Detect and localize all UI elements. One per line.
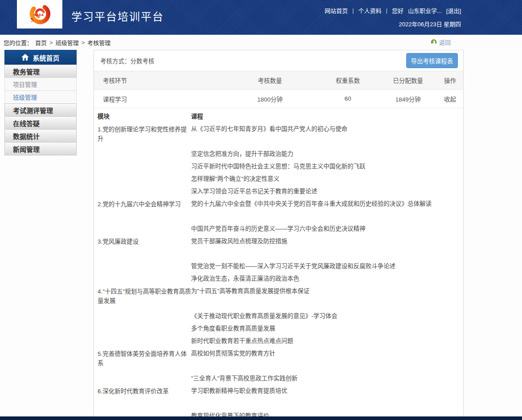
back-button[interactable]: 返回 bbox=[430, 38, 451, 46]
module-row: 6.深化新时代教育评价改革学习职教新精神与职业教育提质培优教育现代化背景下的教育… bbox=[94, 385, 463, 420]
breadcrumb-link-home[interactable]: 首页 bbox=[35, 38, 47, 47]
page: NAEA 学习平台培训平台 网站首页|个人资料|您好 山东职业学... [退出]… bbox=[0, 0, 522, 420]
course-title: 习近平新时代中国特色社会主义思想：马克思主义中国化新的飞跃 bbox=[191, 160, 463, 173]
module-name: 3.党风廉政建设 bbox=[94, 235, 191, 285]
bottom-navy-bar bbox=[0, 416, 522, 420]
home-icon bbox=[21, 54, 29, 61]
back-arrow-icon bbox=[430, 39, 437, 45]
sidebar-item-system-home[interactable]: 系统首页 bbox=[4, 50, 77, 65]
header-nav: 网站首页|个人资料|您好 山东职业学... [退出] bbox=[325, 6, 461, 15]
table-row-course-study: 课程学习 1800分钟 60 1849分钟 收起 bbox=[94, 90, 463, 108]
course-title: 深入学习领会习近平总书记关于教育的重要论述 bbox=[191, 185, 463, 198]
greeting-text: 您好 bbox=[392, 6, 404, 15]
main-panel: 考核方式：分数考核 导出考核课程表 考核环节 考核数量 权重系数 已分配数量 操… bbox=[94, 50, 464, 420]
sidebar-item-class-management[interactable]: 班级管理 bbox=[4, 90, 77, 104]
course-title: 坚定信念把准方向，提升干部政治能力 bbox=[191, 148, 463, 160]
row-allocated: 1849分钟 bbox=[379, 94, 437, 103]
nav-separator: | bbox=[352, 7, 354, 14]
breadcrumb-prefix: 您的位置： bbox=[4, 38, 33, 47]
col-header-action: 操作 bbox=[437, 76, 463, 85]
module-col-header: 模块 bbox=[94, 110, 191, 123]
col-header-weight: 权重系数 bbox=[317, 76, 379, 85]
course-title: 党的十九届六中全会暨《中共中央关于党的百年奋斗重大成就和历史经验的决议》总体解读 bbox=[191, 198, 463, 223]
row-name: 课程学习 bbox=[94, 94, 223, 103]
table-header-row: 考核环节 考核数量 权重系数 已分配数量 操作 bbox=[94, 71, 463, 90]
module-courses: 高校如何贯彻落实党的教育方针"三全育人"背景下高校思政工作实践创新 bbox=[191, 347, 463, 385]
module-courses: 为"十四五"高等教育高质量发展提供根本保证《关于推动现代职业教育高质量发展的意见… bbox=[191, 285, 463, 347]
breadcrumb-separator: > bbox=[49, 39, 53, 46]
module-name: 2.党的十九届六中全会精神学习 bbox=[94, 198, 191, 235]
current-date: 2022年06月23日 星期四 bbox=[325, 20, 461, 28]
course-title: "三全育人"背景下高校思政工作实践创新 bbox=[191, 372, 463, 385]
module-name: 4."十四五"规划与高等职业教育高质量发展 bbox=[94, 285, 191, 347]
assessment-mode-value: 分数考核 bbox=[130, 58, 155, 65]
collapse-link[interactable]: 收起 bbox=[444, 96, 456, 103]
module-name: 5.完善德智体美劳全面培养育人体系 bbox=[94, 347, 191, 385]
page-title: 学习平台培训平台 bbox=[71, 8, 164, 24]
module-courses: 党员干部廉政风险点梳理及防控措施管党治党一刻不能松——深入学习习近平关于党风廉政… bbox=[191, 235, 463, 285]
row-weight: 60 bbox=[317, 95, 379, 102]
sidebar-item-academic-affairs[interactable]: 教务管理 bbox=[4, 65, 77, 78]
sidebar-item-data-statistics[interactable]: 数据统计 bbox=[4, 129, 77, 143]
logout-link[interactable]: [退出] bbox=[446, 6, 461, 15]
sidebar-home-label: 系统首页 bbox=[33, 53, 59, 62]
sidebar-item-exam-evaluation[interactable]: 考试测评管理 bbox=[4, 103, 77, 117]
module-name: 6.深化新时代教育评价改革 bbox=[94, 385, 191, 420]
course-title: 学习职教新精神与职业教育提质培优 bbox=[191, 385, 463, 410]
logo: NAEA bbox=[17, 0, 62, 29]
phoenix-logo-icon: NAEA bbox=[27, 2, 52, 27]
course-title: 净化政治生态，永葆清正廉洁的政治本色 bbox=[191, 273, 463, 285]
row-quantity: 1800分钟 bbox=[223, 94, 317, 103]
col-header-assessment-item: 考核环节 bbox=[94, 76, 223, 85]
course-title: 管党治党一刻不能松——深入学习习近平关于党风廉政建设和反腐败斗争论述 bbox=[191, 260, 463, 273]
export-schedule-button[interactable]: 导出考核课程表 bbox=[406, 53, 458, 68]
course-title: 《关于推动现代职业教育高质量发展的意见》-学习体会 bbox=[191, 310, 463, 322]
assessment-topbar: 考核方式：分数考核 导出考核课程表 bbox=[94, 50, 463, 71]
module-header-row: 模块 课程 bbox=[94, 110, 463, 123]
course-title: 从《习近平的七年知青岁月》看中国共产党人的初心与使命 bbox=[191, 123, 463, 148]
course-title: 怎样理解"两个确立"的决定性意义 bbox=[191, 173, 463, 185]
top-header: NAEA 学习平台培训平台 网站首页|个人资料|您好 山东职业学... [退出]… bbox=[0, 0, 522, 35]
module-name: 1.党的创新理论学习和党性修养提升 bbox=[94, 123, 191, 198]
course-title: 多个角度看职业教育高质量发展 bbox=[191, 322, 463, 335]
breadcrumb-bar: 您的位置： 首页>班级管理>考核管理 返回 bbox=[0, 35, 522, 49]
module-row: 1.党的创新理论学习和党性修养提升从《习近平的七年知青岁月》看中国共产党人的初心… bbox=[94, 123, 463, 198]
sidebar-item-news-management[interactable]: 新闻管理 bbox=[4, 142, 77, 155]
module-courses: 从《习近平的七年知青岁月》看中国共产党人的初心与使命坚定信念把准方向，提升干部政… bbox=[191, 123, 463, 198]
breadcrumb-separator: > bbox=[82, 39, 85, 46]
svg-text:NAEA: NAEA bbox=[34, 13, 44, 17]
sidebar-item-online-qa[interactable]: 在线答疑 bbox=[4, 116, 77, 130]
course-col-header: 课程 bbox=[191, 110, 203, 123]
module-courses: 学习职教新精神与职业教育提质培优教育现代化背景下的教育评价 bbox=[191, 385, 463, 420]
module-section: 模块 课程 1.党的创新理论学习和党性修养提升从《习近平的七年知青岁月》看中国共… bbox=[94, 108, 463, 420]
col-header-quantity: 考核数量 bbox=[223, 76, 317, 85]
assessment-mode-label: 考核方式： bbox=[100, 58, 130, 65]
module-row: 4."十四五"规划与高等职业教育高质量发展为"十四五"高等教育高质量发展提供根本… bbox=[94, 285, 463, 347]
assessment-mode: 考核方式：分数考核 bbox=[100, 56, 155, 65]
nav-link-site-home[interactable]: 网站首页 bbox=[325, 6, 348, 15]
sidebar-item-project-management[interactable]: 项目管理 bbox=[4, 77, 77, 91]
back-label: 返回 bbox=[439, 38, 451, 46]
module-courses: 党的十九届六中全会暨《中共中央关于党的百年奋斗重大成就和历史经验的决议》总体解读… bbox=[191, 198, 463, 235]
breadcrumb-link-class-management[interactable]: 班级管理 bbox=[56, 38, 79, 47]
course-title: 党员干部廉政风险点梳理及防控措施 bbox=[191, 235, 463, 260]
course-title: 为"十四五"高等教育高质量发展提供根本保证 bbox=[191, 285, 463, 310]
nav-separator: | bbox=[386, 7, 387, 14]
sidebar: 系统首页 教务管理项目管理班级管理考试测评管理在线答疑数据统计新闻管理 bbox=[4, 50, 77, 155]
course-title: 中国共产党百年奋斗的历史意义——学习六中全会和历史决议精神 bbox=[191, 223, 463, 235]
col-header-allocated: 已分配数量 bbox=[379, 76, 437, 85]
breadcrumb: 您的位置： 首页>班级管理>考核管理 bbox=[4, 38, 110, 47]
course-title: 高校如何贯彻落实党的教育方针 bbox=[191, 347, 463, 372]
username-text: 山东职业学... bbox=[408, 6, 442, 15]
module-row: 5.完善德智体美劳全面培养育人体系高校如何贯彻落实党的教育方针"三全育人"背景下… bbox=[94, 347, 463, 385]
nav-link-personal-profile[interactable]: 个人资料 bbox=[359, 6, 382, 15]
module-row: 3.党风廉政建设党员干部廉政风险点梳理及防控措施管党治党一刻不能松——深入学习习… bbox=[94, 235, 463, 285]
course-title: 新时代职业教育若干重点热点难点问题 bbox=[191, 335, 463, 347]
breadcrumb-link-assessment-management[interactable]: 考核管理 bbox=[87, 38, 110, 47]
module-row: 2.党的十九届六中全会精神学习党的十九届六中全会暨《中共中央关于党的百年奋斗重大… bbox=[94, 198, 463, 235]
